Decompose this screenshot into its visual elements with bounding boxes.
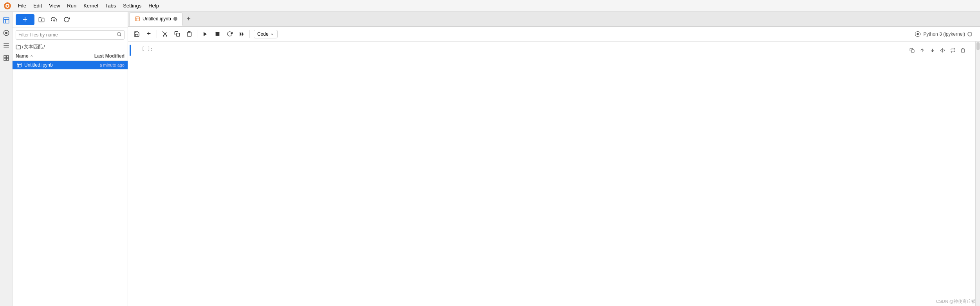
toolbar-separator-2 <box>197 30 197 38</box>
tab-bar: Untitled.ipynb + <box>128 12 980 27</box>
upload-button[interactable] <box>49 14 60 25</box>
kernel-info: Python 3 (ipykernel) <box>915 31 977 37</box>
svg-rect-20 <box>135 17 140 21</box>
sidebar-icon-files[interactable] <box>1 15 12 26</box>
svg-rect-11 <box>6 58 8 60</box>
svg-rect-10 <box>4 58 6 60</box>
menu-view[interactable]: View <box>46 2 63 9</box>
notebook-content[interactable]: [ ]: <box>128 42 980 306</box>
menu-tabs[interactable]: Tabs <box>102 2 119 9</box>
interrupt-kernel-button[interactable] <box>212 29 223 40</box>
menu-file[interactable]: File <box>15 2 29 9</box>
notebook-toolbar: + <box>128 27 980 42</box>
svg-line-27 <box>162 31 164 33</box>
kernel-status-indicator <box>967 32 972 36</box>
new-launcher-button[interactable]: + <box>16 14 34 25</box>
column-modified[interactable]: Last Modified <box>81 53 125 59</box>
breadcrumb-sep2: / <box>43 44 45 50</box>
menu-run[interactable]: Run <box>64 2 79 9</box>
menu-bar: File Edit View Run Kernel Tabs Settings … <box>0 0 980 12</box>
svg-point-35 <box>917 33 919 35</box>
refresh-button[interactable] <box>61 14 72 25</box>
svg-marker-32 <box>240 32 242 36</box>
svg-rect-17 <box>17 63 22 67</box>
app-logo <box>3 2 12 10</box>
svg-marker-33 <box>242 32 244 36</box>
cell-merge-button[interactable] <box>948 45 957 55</box>
file-panel: + <box>13 12 128 306</box>
search-input[interactable] <box>18 32 117 38</box>
cell-copy-button[interactable] <box>907 45 917 55</box>
svg-rect-28 <box>176 33 179 36</box>
toolbar-separator-3 <box>249 30 250 38</box>
cell-actions <box>904 45 980 56</box>
run-cell-button[interactable] <box>200 29 211 40</box>
svg-point-15 <box>117 33 121 36</box>
cell-input[interactable] <box>156 45 904 56</box>
copy-cell-button[interactable] <box>171 29 182 40</box>
menu-edit[interactable]: Edit <box>30 2 45 9</box>
breadcrumb-sep1: / <box>22 44 23 50</box>
tab-title: Untitled.ipynb <box>143 16 171 22</box>
search-icon <box>117 32 122 38</box>
watermark: CSDN @神使高丘祁 <box>936 299 975 304</box>
svg-line-16 <box>120 35 121 36</box>
add-tab-button[interactable]: + <box>183 14 194 25</box>
new-folder-button[interactable] <box>36 14 47 25</box>
svg-point-2 <box>7 5 9 7</box>
svg-rect-40 <box>911 49 914 52</box>
svg-point-24 <box>166 35 167 36</box>
cell-split-button[interactable] <box>938 45 947 55</box>
breadcrumb: / 文本匹配 / <box>13 42 128 52</box>
file-row[interactable]: Untitled.ipynb a minute ago <box>13 61 128 69</box>
svg-rect-29 <box>188 31 190 33</box>
tab-untitled[interactable]: Untitled.ipynb <box>130 13 182 26</box>
breadcrumb-folder[interactable]: 文本匹配 <box>24 43 43 50</box>
svg-rect-31 <box>215 32 219 36</box>
file-toolbar: + <box>13 12 128 28</box>
sidebar-icon-running[interactable] <box>1 27 12 38</box>
add-cell-button[interactable]: + <box>143 29 154 40</box>
cut-cell-button[interactable] <box>159 29 170 40</box>
paste-cell-button[interactable] <box>184 29 195 40</box>
content-area: Untitled.ipynb + + <box>128 12 980 306</box>
svg-rect-9 <box>6 56 8 58</box>
cell-move-down-button[interactable] <box>928 45 937 55</box>
cell-prompt: [ ]: <box>131 45 156 56</box>
cell-type-select[interactable]: Code <box>254 30 278 38</box>
cell-container: [ ]: <box>130 45 980 56</box>
file-list: Untitled.ipynb a minute ago <box>13 61 128 306</box>
tab-unsaved-dot <box>173 17 177 21</box>
toolbar-separator-1 <box>157 30 157 38</box>
svg-marker-30 <box>204 32 207 36</box>
cell-delete-button[interactable] <box>958 45 967 55</box>
restart-run-all-button[interactable] <box>236 29 247 40</box>
menu-kernel[interactable]: Kernel <box>80 2 101 9</box>
cell-move-up-button[interactable] <box>917 45 927 55</box>
file-modified: a minute ago <box>81 63 125 67</box>
sidebar-icon-commands[interactable] <box>1 40 12 51</box>
menu-settings[interactable]: Settings <box>120 2 144 9</box>
cell-type-label: Code <box>257 31 269 37</box>
svg-point-4 <box>5 32 7 34</box>
sidebar-icon-extensions[interactable] <box>1 53 12 63</box>
sidebar-icons <box>0 12 13 306</box>
notebook-icon <box>16 62 23 68</box>
column-name[interactable]: Name <box>16 53 81 59</box>
file-name: Untitled.ipynb <box>24 62 81 68</box>
svg-rect-8 <box>4 56 6 58</box>
menu-help[interactable]: Help <box>145 2 162 9</box>
save-button[interactable] <box>131 29 142 40</box>
restart-kernel-button[interactable] <box>224 29 235 40</box>
search-box <box>16 30 125 40</box>
kernel-name[interactable]: Python 3 (ipykernel) <box>923 31 965 37</box>
file-list-header: Name Last Modified <box>13 52 128 61</box>
